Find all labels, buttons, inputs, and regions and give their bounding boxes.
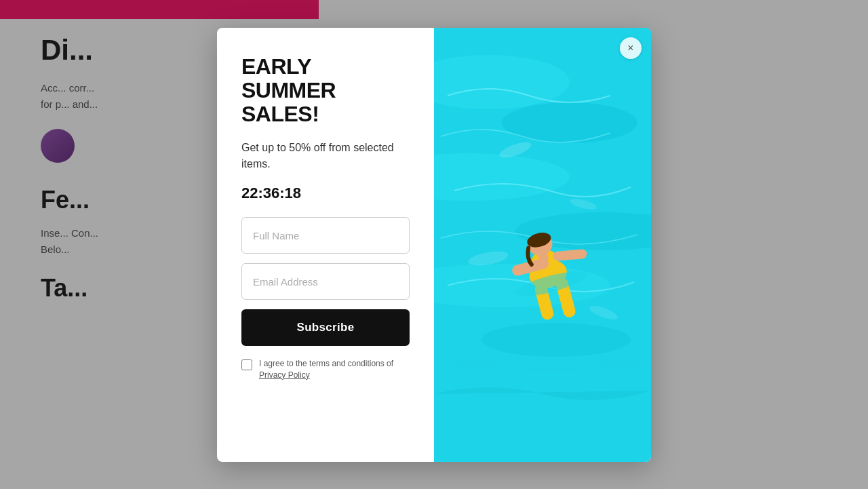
email-field-group (241, 263, 410, 300)
email-input[interactable] (241, 263, 410, 300)
terms-label: I agree to the terms and conditions of (259, 359, 393, 368)
terms-text: I agree to the terms and conditions of P… (259, 358, 410, 381)
pool-visual (434, 28, 651, 462)
svg-point-2 (502, 102, 637, 143)
name-input[interactable] (241, 217, 410, 254)
countdown-timer: 22:36:18 (241, 184, 410, 202)
name-field-group (241, 217, 410, 254)
privacy-policy-link[interactable]: Privacy Policy (259, 370, 310, 380)
close-icon: × (627, 42, 633, 54)
terms-checkbox[interactable] (241, 359, 252, 370)
modal-content-left: EARLY SUMMER SALES! Get up to 50% off fr… (217, 28, 434, 462)
terms-row: I agree to the terms and conditions of P… (241, 358, 410, 381)
svg-point-6 (481, 323, 631, 357)
subscribe-button[interactable]: Subscribe (241, 309, 410, 346)
close-button[interactable]: × (620, 37, 642, 59)
modal-image-right: × (434, 28, 651, 462)
modal-subtext: Get up to 50% off from selected items. (241, 140, 410, 172)
pool-image (434, 28, 651, 462)
modal-headline: EARLY SUMMER SALES! (241, 55, 410, 127)
popup-modal: EARLY SUMMER SALES! Get up to 50% off fr… (217, 28, 651, 462)
